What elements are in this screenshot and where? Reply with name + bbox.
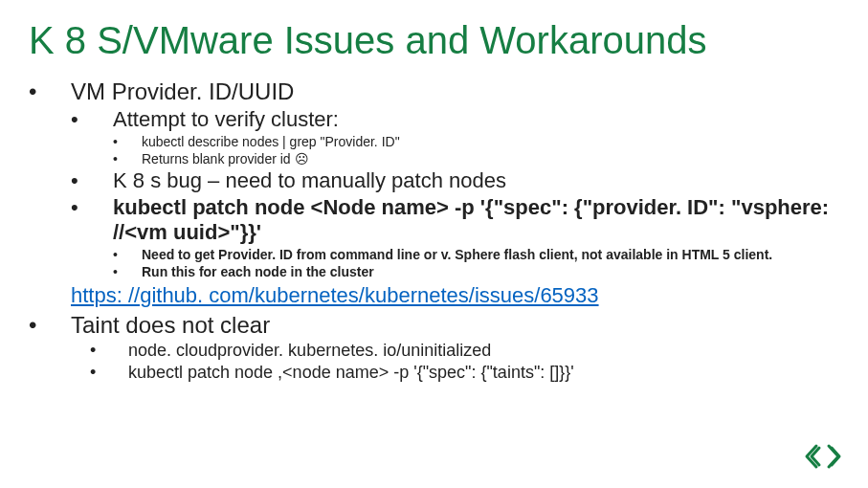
bullet-dot: • [71,168,113,193]
section2-item1: kubectl patch node ,<node name> -p '{"sp… [128,363,839,383]
bullet-dot: • [90,341,128,361]
bullet-level1: • Taint does not clear [29,312,839,339]
section2-item0: node. cloudprovider. kubernetes. io/unin… [128,341,839,361]
bullet-dot: • [29,78,71,105]
bullet-dot: • [90,363,128,383]
slide: K 8 S/VMware Issues and Workarounds • VM… [0,0,868,488]
bullet-level3-bold: • Need to get Provider. ID from command … [113,247,839,262]
bullet-dot: • [71,195,113,245]
bullet-dot: • [113,134,142,149]
bullet-dot: • [71,107,113,132]
bullet-level2-bold: • kubectl patch node <Node name> -p '{"s… [71,195,839,245]
bullet-dot: • [113,151,142,166]
bullet-level2: • Attempt to verify cluster: [71,107,839,132]
bullet-level2: • kubectl patch node ,<node name> -p '{"… [90,363,839,383]
bullet-level1: • VM Provider. ID/UUID [29,78,839,105]
bullet-level2: • K 8 s bug – need to manually patch nod… [71,168,839,193]
section1-sub3: kubectl patch node <Node name> -p '{"spe… [113,195,839,245]
github-issue-link[interactable]: https: //github. com/kubernetes/kubernet… [71,283,839,308]
slide-title: K 8 S/VMware Issues and Workarounds [29,19,839,61]
bullet-dot: • [113,264,142,279]
section1-sub1: Attempt to verify cluster: [113,107,839,132]
bullet-level3: • kubectl describe nodes | grep "Provide… [113,134,839,149]
bullet-dot: • [29,312,71,339]
bullet-level2: • node. cloudprovider. kubernetes. io/un… [90,341,839,361]
bullet-dot: • [113,247,142,262]
section1-sub2: K 8 s bug – need to manually patch nodes [113,168,839,193]
section1-sub1-item0: kubectl describe nodes | grep "Provider.… [142,134,839,149]
section1-heading: VM Provider. ID/UUID [71,78,839,105]
section1-sub3-item0: Need to get Provider. ID from command li… [142,247,839,262]
bullet-level3-bold: • Run this for each node in the cluster [113,264,839,279]
section1-sub3-item1: Run this for each node in the cluster [142,264,839,279]
section2-heading: Taint does not clear [71,312,839,339]
brackets-logo-icon [803,442,845,471]
bullet-level3: • Returns blank provider id ☹ [113,151,839,166]
section1-sub1-item1: Returns blank provider id ☹ [142,151,839,166]
